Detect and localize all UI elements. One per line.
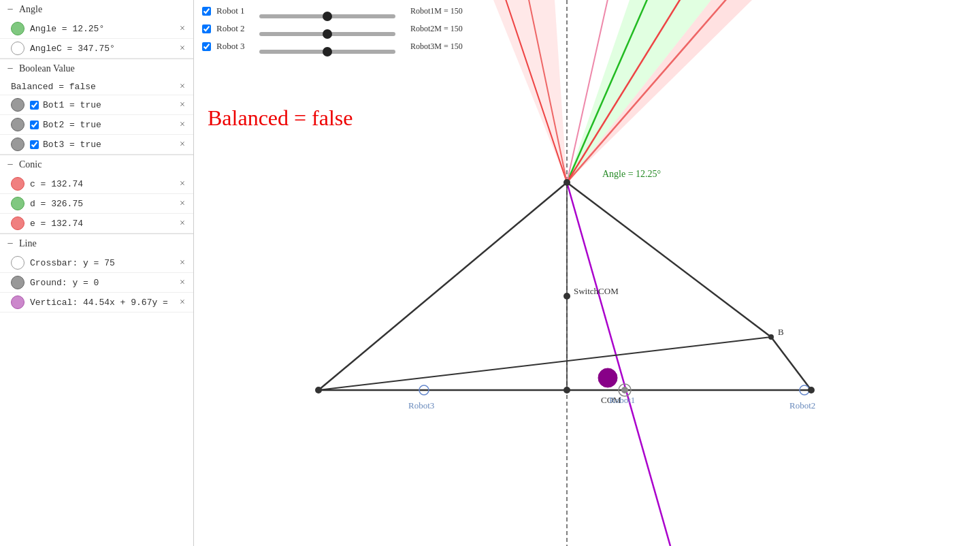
robot2-slider[interactable] [259, 32, 395, 36]
collapse-line-icon: − [5, 239, 15, 248]
bot3-label: Bot3 = true [43, 140, 174, 150]
c-label: c = 132.74 [30, 179, 174, 189]
robot3-track [259, 44, 405, 48]
bot3-dot [11, 138, 24, 151]
switchCOM-label: SwitchCOM [574, 286, 619, 296]
section-boolean[interactable]: − Boolean Value [0, 59, 193, 78]
robot2-track [259, 27, 405, 31]
section-conic-title: Conic [19, 159, 42, 170]
robot3-name: Robot 3 [216, 41, 254, 52]
section-angle-title: Angle [19, 4, 42, 15]
crossbar-item: Crossbar: y = 75 × [0, 253, 193, 273]
section-boolean-title: Boolean Value [19, 63, 75, 74]
vertical-dot [11, 295, 24, 309]
robot1-slider[interactable] [259, 14, 395, 18]
ground-item: Ground: y = 0 × [0, 273, 193, 293]
bot1-item: Bot1 = true × [0, 95, 193, 115]
purple-diagonal-line [567, 182, 670, 546]
e-dot [11, 216, 24, 230]
balanced-equation-label: Balanced = false [208, 106, 353, 131]
bottom-right-point[interactable] [808, 387, 815, 394]
bottom-left-point[interactable] [315, 387, 322, 394]
d-close[interactable]: × [177, 198, 188, 209]
robot2-value-label: Robot2M = 150 [410, 24, 472, 34]
angle-label: Angle = 12.25° [30, 24, 174, 34]
B-label: B [778, 327, 784, 337]
e-label: e = 132.74 [30, 219, 174, 229]
sidebar: − Angle Angle = 12.25° × AngleC = 347.75… [0, 0, 194, 546]
bot3-item: Bot3 = true × [0, 135, 193, 155]
sliders-panel: Robot 1 Robot1M = 150 Robot 2 Robot2M = … [194, 0, 480, 64]
bot2-dot [11, 118, 24, 131]
robot2-enable[interactable] [202, 25, 211, 33]
angleC-dot [11, 42, 24, 55]
bot2-checkbox[interactable] [30, 121, 39, 129]
COM-point[interactable] [598, 368, 617, 387]
bot3-close[interactable]: × [177, 139, 188, 150]
bot2-item: Bot2 = true × [0, 115, 193, 135]
e-close[interactable]: × [177, 218, 188, 229]
triangle-left-side [318, 182, 567, 390]
apex-point[interactable] [564, 179, 570, 186]
angle-close[interactable]: × [177, 23, 188, 34]
bot1-dot [11, 98, 24, 112]
angle-item: Angle = 12.25° × [0, 19, 193, 39]
balanced-item: Balanced = false × [0, 78, 193, 95]
section-line[interactable]: − Line [0, 234, 193, 253]
angle-dot [11, 22, 24, 35]
switchCOM-point[interactable] [564, 293, 570, 300]
vertical-label: Vertical: 44.54x + 9.67y = [30, 298, 174, 308]
triangle-right-lower [771, 337, 811, 390]
inner-line [318, 337, 771, 390]
collapse-boolean-icon: − [5, 64, 15, 74]
d-dot [11, 197, 24, 210]
section-conic[interactable]: − Conic [0, 155, 193, 174]
robot3-value-label: Robot3M = 150 [410, 42, 472, 52]
c-item: c = 132.74 × [0, 174, 193, 194]
angleC-item: AngleC = 347.75° × [0, 39, 193, 59]
robot2-row: Robot 2 Robot2M = 150 [202, 23, 472, 34]
ground-label: Ground: y = 0 [30, 278, 174, 288]
vertical-close[interactable]: × [177, 297, 188, 308]
triangle-right-upper [567, 182, 771, 337]
robot3-row: Robot 3 Robot3M = 150 [202, 41, 472, 52]
robot1-name: Robot 1 [216, 5, 254, 16]
balanced-close[interactable]: × [177, 81, 188, 92]
robot2-label: Robot2 [789, 400, 815, 411]
crossbar-close[interactable]: × [177, 257, 188, 268]
d-label: d = 326.75 [30, 199, 174, 209]
robot1-value-label: Robot1M = 150 [410, 6, 472, 16]
c-close[interactable]: × [177, 178, 188, 189]
robot1-track [259, 9, 405, 13]
main-canvas-area: Robot 1 Robot1M = 150 Robot 2 Robot2M = … [194, 0, 980, 546]
d-item: d = 326.75 × [0, 194, 193, 214]
robot3-label: Robot3 [408, 400, 434, 411]
crossbar-label: Crossbar: y = 75 [30, 258, 174, 268]
ground-close[interactable]: × [177, 277, 188, 288]
B-point[interactable] [768, 334, 774, 340]
robot1-enable[interactable] [202, 7, 211, 16]
crossbar-dot [11, 256, 24, 270]
geometry-canvas[interactable]: SwitchCOM B Angle = 12.25° COM Robot1 Ro… [194, 0, 980, 546]
collapse-angle-icon: − [5, 5, 15, 14]
bot2-label: Bot2 = true [43, 120, 174, 130]
robot2-name: Robot 2 [216, 23, 254, 34]
robot1-point[interactable] [621, 387, 628, 394]
bot1-checkbox[interactable] [30, 101, 39, 110]
angleC-close[interactable]: × [177, 43, 188, 54]
angleC-label: AngleC = 347.75° [30, 44, 174, 54]
bot3-checkbox[interactable] [30, 140, 39, 149]
bot1-close[interactable]: × [177, 99, 188, 110]
section-angle[interactable]: − Angle [0, 0, 193, 19]
balanced-label: Balanced = false [11, 82, 174, 92]
robot3-enable[interactable] [202, 42, 211, 51]
collapse-conic-icon: − [5, 160, 15, 170]
robot3-slider[interactable] [259, 50, 395, 54]
e-item: e = 132.74 × [0, 214, 193, 234]
section-line-title: Line [19, 238, 37, 249]
bot2-close[interactable]: × [177, 119, 188, 130]
red-fan-left [493, 0, 567, 182]
bot1-label: Bot1 = true [43, 100, 174, 110]
vertical-item: Vertical: 44.54x + 9.67y = × [0, 293, 193, 312]
bottom-center-point[interactable] [564, 387, 570, 394]
